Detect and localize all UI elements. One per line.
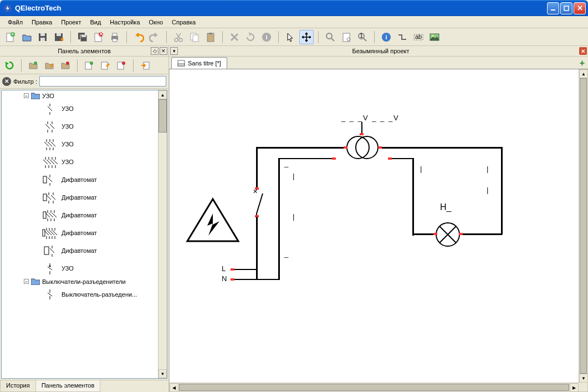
separator [77,59,78,72]
svg-text:i: i [265,34,267,40]
copy-icon[interactable] [187,30,202,44]
menu-help[interactable]: Справка [167,17,200,27]
add-sheet-button[interactable]: + [580,58,585,68]
tree-item[interactable]: УЗО [2,259,167,277]
undo-icon[interactable] [131,30,146,44]
tree-item[interactable]: Дифавтомат [2,242,167,259]
reload-icon[interactable] [2,58,17,73]
delete-element-icon[interactable] [114,58,129,73]
app-title: QElectroTech [15,4,546,12]
edit-element-icon[interactable] [98,58,113,73]
scroll-down-icon[interactable]: ▼ [579,374,588,383]
elements-tree[interactable]: − УЗО УЗОУЗОУЗОУЗОДифавтоматДифавтоматДи… [1,90,167,379]
panel-close-button[interactable]: ✕ [160,47,167,55]
scroll-left-icon[interactable]: ◀ [170,383,178,392]
tree-item[interactable]: Дифавтомат [2,206,167,224]
project-menu-button[interactable]: ▾ [170,47,178,55]
project-close-button[interactable]: ✕ [579,47,587,55]
save-all-icon[interactable] [75,30,90,44]
save-icon[interactable] [35,30,50,44]
properties-icon[interactable]: i [379,30,393,44]
scroll-thumb[interactable] [580,78,587,374]
scroll-right-icon[interactable]: ▶ [570,383,579,392]
tree-item[interactable]: Дифавтомат [2,171,167,189]
separator [318,31,319,43]
svg-line-59 [257,194,263,213]
panel-float-button[interactable]: ◇ [151,47,158,55]
element-symbol-icon [42,226,58,240]
info-icon[interactable]: i [259,30,274,44]
tree-folder[interactable]: − Выключатели-разъеденители [2,277,167,286]
transformer-symbol[interactable] [345,134,380,161]
scroll-up-icon[interactable]: ▲ [158,90,167,99]
switch-symbol[interactable]: ✕ [248,186,265,217]
scroll-down-icon[interactable]: ▼ [158,369,167,378]
zoom-reset-icon[interactable]: 1 [355,30,370,44]
edit-folder-icon[interactable] [42,58,57,73]
filter-clear-icon[interactable]: ✕ [2,77,11,86]
sheet-tab[interactable]: Sans titre [*] [171,57,227,69]
svg-text:✕: ✕ [99,32,104,37]
tree-item[interactable]: Дифавтомат [2,189,167,206]
tree-item[interactable]: УЗО [2,135,167,153]
scroll-thumb[interactable] [158,99,167,133]
zoom-icon[interactable] [323,30,338,44]
tree-item[interactable]: УЗО [2,153,167,171]
minimize-button[interactable] [547,2,559,14]
delete-icon[interactable] [227,30,242,44]
paste-icon[interactable] [203,30,218,44]
scroll-up-icon[interactable]: ▲ [579,69,588,78]
new-icon[interactable]: + [3,30,18,44]
warning-symbol[interactable] [185,197,241,245]
element-symbol-icon [42,191,58,204]
menu-window[interactable]: Окно [145,17,168,27]
close-button[interactable]: ✕ [574,2,586,14]
label-icon[interactable]: ab [411,30,426,44]
menu-view[interactable]: Вид [85,17,105,27]
new-element-icon[interactable] [82,58,96,73]
wire-icon[interactable] [395,30,410,44]
image-icon[interactable] [427,30,442,44]
pointer-icon[interactable] [283,30,298,44]
close-file-icon[interactable]: ✕ [91,30,106,44]
tree-item-label: УЗО [62,141,74,147]
lamp-symbol[interactable] [434,221,461,248]
scroll-thumb[interactable] [179,384,569,391]
menu-project[interactable]: Проект [57,17,85,27]
page-icon[interactable] [339,30,354,44]
main-area: Панель элементов ◇ ✕ ✕ Фильтр : − [0,46,588,392]
import-icon[interactable] [138,58,152,73]
separator [222,31,223,43]
tab-elements[interactable]: Панель элементов [35,380,101,392]
new-folder-icon[interactable] [26,58,40,73]
filter-input[interactable] [39,76,166,86]
tree-folder[interactable]: − УЗО [2,91,167,100]
canvas-hscroll[interactable]: ◀ ▶ [170,383,579,391]
svg-point-21 [179,38,182,42]
save-as-icon[interactable] [52,30,66,44]
schematic-canvas[interactable]: _ _ _V _ _ _V ✕ [170,69,579,383]
tree-item[interactable]: Выключатель-разъедени... [2,286,167,303]
svg-point-52 [49,266,51,267]
tree-item[interactable]: УЗО [2,118,167,135]
panel-toolbar [0,57,168,74]
tree-item-label: Выключатель-разъедени... [62,291,137,298]
maximize-button[interactable] [560,2,572,14]
print-icon[interactable] [108,30,122,44]
sheet-tab-bar: Sans titre [*] + [169,57,588,69]
tree-scrollbar[interactable]: ▲ ▼ [158,90,167,378]
delete-folder-icon[interactable] [58,58,73,73]
open-icon[interactable] [19,30,34,44]
separator [70,31,71,43]
menu-file[interactable]: Файл [3,17,27,27]
tree-item[interactable]: Дифавтомат [2,224,167,242]
tab-history[interactable]: История [0,380,36,392]
move-icon[interactable] [299,30,314,44]
menu-edit[interactable]: Правка [27,17,57,27]
menu-settings[interactable]: Настройка [105,17,144,27]
tree-item[interactable]: УЗО [2,100,167,118]
rotate-icon[interactable] [243,30,258,44]
cut-icon[interactable] [171,30,186,44]
redo-icon[interactable] [147,30,162,44]
canvas-vscroll[interactable]: ▲ ▼ [579,69,587,383]
